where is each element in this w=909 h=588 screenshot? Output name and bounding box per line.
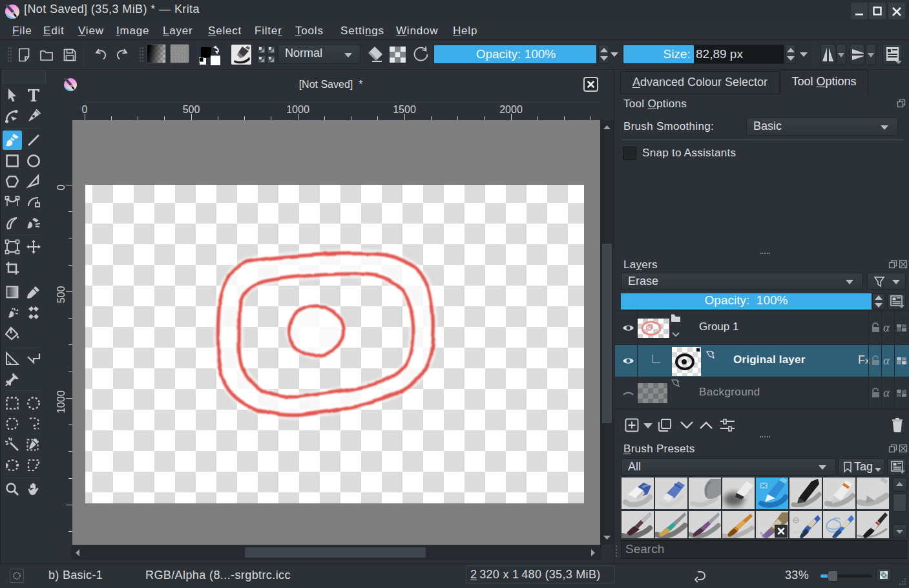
svg-text:2000: 2000 (499, 104, 523, 115)
svg-text:0: 0 (82, 104, 88, 115)
svg-text:1000: 1000 (286, 104, 309, 115)
svg-text:0: 0 (57, 184, 67, 190)
svg-text:1000: 1000 (57, 390, 67, 414)
svg-text:500: 500 (183, 104, 200, 115)
svg-text:500: 500 (57, 286, 67, 304)
svg-text:1500: 1500 (393, 104, 416, 115)
